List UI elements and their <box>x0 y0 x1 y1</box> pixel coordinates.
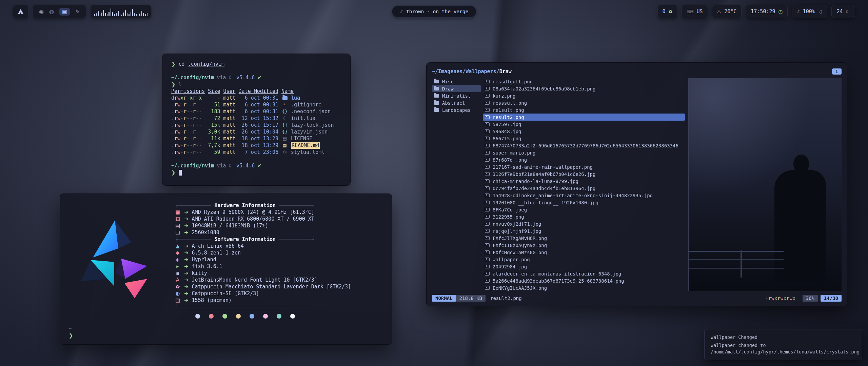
volume-module[interactable]: ♪ 100% ♫ <box>792 5 828 18</box>
name-cell: ▦README.md <box>281 142 341 149</box>
keyboard-layout: US <box>697 8 703 15</box>
tab-badge[interactable]: 1 <box>832 68 842 75</box>
fetch-window[interactable]: ┌─────────── Hardware Information ──────… <box>60 194 392 345</box>
file-name: atardecer-en-la-montanas-ilustracion-634… <box>493 271 621 277</box>
file-item[interactable]: 0c794faf07de24a4db4d4fb1eb813964.jpg <box>483 185 685 192</box>
file-item[interactable]: 154928-odinokoe_anime-art-anime-okno-sin… <box>483 192 685 199</box>
arrow-icon: ➜ <box>184 249 189 256</box>
file-item[interactable]: FXfcJlTXgAMvH6R.png <box>483 235 685 242</box>
user-cell: matt <box>223 101 235 108</box>
file-item[interactable]: 3122955.png <box>483 213 685 220</box>
file-item[interactable]: 5a266e448add93deab367d87173e9f25-6837886… <box>483 277 685 284</box>
railing-line <box>689 268 784 269</box>
visualizer-bar <box>145 14 146 16</box>
notification-toast[interactable]: Wallpaper Changed Wallpaper changed to /… <box>704 329 862 360</box>
file-name: README.md <box>291 142 320 149</box>
arrow-icon: ➜ <box>184 243 189 249</box>
file-item[interactable]: re1sult.png <box>483 106 685 114</box>
info-icon: ▲ <box>175 243 181 249</box>
command-text: l <box>179 81 182 88</box>
temperature-module[interactable]: ♨ 26°C <box>712 5 742 18</box>
workspace-item[interactable]: ✎ <box>75 8 80 15</box>
file-manager-header: ~/Imagenes/Wallpapers/Draw 1 <box>432 67 842 76</box>
file-name: super-mario.png <box>493 150 535 156</box>
file-item[interactable]: atardecer-en-la-montanas-ilustracion-634… <box>483 270 685 277</box>
file-item[interactable]: 3126f7e9bbf21a8a4af0b67b041c6e26.jpg <box>483 170 685 178</box>
folder-item[interactable]: Landscapes <box>432 106 481 114</box>
updates-module[interactable]: 0 ✿ <box>657 5 678 18</box>
visualizer-bar <box>132 9 133 16</box>
workspace-active[interactable]: ▣ <box>59 8 70 16</box>
folder-item[interactable]: Minimalist <box>432 92 481 99</box>
fetch-prompt[interactable]: ~ ❯ <box>69 325 76 339</box>
workspace-item[interactable]: ◍ <box>49 8 54 15</box>
file-item[interactable]: 19201080-__blue-tinge__-1920×1080.jpg <box>483 199 685 206</box>
user-cell: matt <box>223 142 235 149</box>
launcher-button[interactable] <box>13 5 28 18</box>
file-manager-window[interactable]: ~/Imagenes/Wallpapers/Draw 1 MiscDrawMin… <box>426 62 847 306</box>
file-item[interactable]: 217167-sad-anime-rain-wallpaper.png <box>483 163 685 170</box>
terminal-cursor <box>179 170 182 176</box>
size-cell: 59 <box>208 149 220 156</box>
file-item[interactable]: nnvuv0xj2df71.jpg <box>483 220 685 227</box>
clock-module[interactable]: 17:50:29 ◷ <box>746 5 787 18</box>
gear-icon: ⚙ <box>281 149 288 156</box>
ls-row: .rw-r--r--7,7kmatt18 oct 13:29▦README.md <box>171 142 341 149</box>
date-cell: 26 oct 15:17 <box>239 122 278 128</box>
image-file-icon <box>485 200 490 205</box>
file-item[interactable]: EeNKYgIUcAAJ5JX.png <box>483 284 685 291</box>
file-item[interactable]: FXfcHgcWIAMzs0G.png <box>483 249 685 256</box>
music-module[interactable]: ♪ thrown - on the verge <box>392 5 476 18</box>
folder-name: Landscapes <box>442 107 471 113</box>
file-item[interactable]: FXfcII0X0AQyn9X.png <box>483 242 685 249</box>
parent-directory-pane[interactable]: MiscDrawMinimalistAbstractLandscapes <box>432 78 483 291</box>
image-file-icon <box>485 264 490 269</box>
permissions-cell: drwxr-xr-x <box>171 95 205 101</box>
file-item[interactable]: 87r687df.png <box>483 156 685 163</box>
file-name: .gitignore <box>291 101 321 108</box>
file-item[interactable]: ressdfgult.png <box>483 78 685 85</box>
file-item[interactable]: resssult.png <box>483 99 685 106</box>
workspace-item[interactable]: ◉ <box>39 8 44 15</box>
file-item[interactable]: 08a634fa02a32364f69ebc86a98eb1eb.png <box>483 85 685 92</box>
status-left: NORMAL 218.8 KB result2.png <box>432 295 522 302</box>
file-item[interactable]: 20492984.jpg <box>483 263 685 270</box>
terminal-window[interactable]: ❯cd .config/nvim ~/.config/nvimvia☾ v5.4… <box>162 54 351 186</box>
permissions-cell: .rw-r--r-- <box>171 142 205 149</box>
info-icon: ▦ <box>175 216 181 222</box>
arch-logo-icon <box>18 8 23 15</box>
file-item[interactable]: 866715.png <box>483 135 685 142</box>
folder-item[interactable]: Misc <box>432 78 481 85</box>
file-item[interactable]: kurz.png <box>483 92 685 99</box>
file-item[interactable]: super-mario.png <box>483 149 685 156</box>
runtime-version: v5.4.6 <box>236 162 255 169</box>
file-name: 217167-sad-anime-rain-wallpaper.png <box>493 164 593 170</box>
folder-item[interactable]: Abstract <box>432 99 481 106</box>
file-name: init.lua <box>291 115 315 122</box>
keyboard-layout-module[interactable]: ⌨ US <box>682 5 708 18</box>
position-badge: 14/38 <box>821 295 842 302</box>
ls-row: .rw-r--r--59matt7 oct 23:06⚙stylua.toml <box>171 149 341 156</box>
image-file-icon <box>485 93 490 99</box>
input-line[interactable]: ❯ <box>171 169 341 176</box>
file-item[interactable]: chica-mirando-la-luna-8799.jpg <box>483 178 685 185</box>
palette-dot <box>236 314 241 319</box>
image-file-icon <box>485 271 490 277</box>
image-preview <box>689 78 842 291</box>
file-item[interactable]: 8FKa7Cu.jpeg <box>483 206 685 213</box>
file-list-pane[interactable]: ressdfgult.png08a634fa02a32364f69ebc86a9… <box>483 78 686 291</box>
visualizer-bar <box>107 14 107 16</box>
file-item[interactable]: wallpaper.png <box>483 256 685 263</box>
file-item[interactable]: 596848.jpg <box>483 128 685 135</box>
file-name: 20492984.jpg <box>493 264 527 269</box>
file-item[interactable]: 587597.jpg <box>483 121 685 128</box>
file-item[interactable]: rsjqojlmjhf91.jpg <box>483 227 685 235</box>
notifications-module[interactable]: 24 ☾ <box>831 5 855 18</box>
info-text: fish 3.6.1 <box>192 263 222 270</box>
ls-row: .rw-r--r--11kmatt18 oct 13:29▤LICENSE <box>171 135 341 142</box>
file-item[interactable]: result2.png <box>483 114 685 121</box>
visualizer <box>90 5 151 18</box>
folder-item[interactable]: Draw <box>432 85 481 92</box>
file-name: 587597.jpg <box>493 122 521 127</box>
file-item[interactable]: 68747470733a2f2f696d616765732d7769786d70… <box>483 142 685 149</box>
